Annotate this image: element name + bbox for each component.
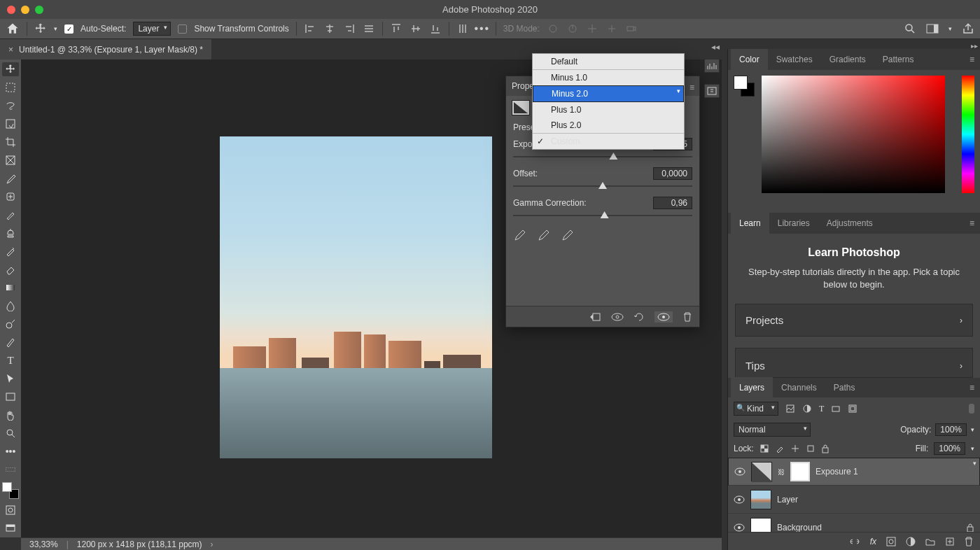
- document-tab[interactable]: × Untitled-1 @ 33,3% (Exposure 1, Layer …: [0, 39, 211, 60]
- layers-panel-menu-icon[interactable]: ≡: [969, 383, 980, 393]
- layer-row[interactable]: Background: [728, 514, 980, 532]
- filter-smart-icon[interactable]: [848, 404, 858, 414]
- group-icon[interactable]: [925, 537, 935, 546]
- layer-row[interactable]: ⛓ Exposure 1: [728, 458, 980, 486]
- clip-to-layer-icon[interactable]: [589, 312, 601, 322]
- offset-slider[interactable]: [513, 181, 692, 191]
- align-center-h-icon[interactable]: [323, 22, 336, 35]
- eyedropper-tool[interactable]: [2, 171, 19, 185]
- workspace-caret-icon[interactable]: ▾: [948, 25, 952, 32]
- expand-panels-icon[interactable]: ▸▸: [971, 42, 978, 50]
- preset-item-plus2[interactable]: Plus 2.0: [533, 118, 684, 133]
- quick-mask-icon[interactable]: [2, 503, 19, 517]
- hue-strip[interactable]: [962, 76, 974, 193]
- layer-visibility-icon[interactable]: [734, 495, 745, 504]
- tab-color[interactable]: Color: [731, 49, 768, 70]
- tool-preset-caret-icon[interactable]: ▾: [54, 25, 57, 32]
- close-window-button[interactable]: [7, 6, 15, 14]
- preset-item-minus2[interactable]: Minus 2.0: [533, 85, 684, 102]
- hand-tool[interactable]: [2, 408, 19, 422]
- brush-tool[interactable]: [2, 208, 19, 222]
- opacity-input[interactable]: 100%: [935, 423, 967, 436]
- dock-info-icon[interactable]: [704, 84, 720, 98]
- trash-icon[interactable]: [682, 311, 692, 323]
- screen-mode-icon[interactable]: [2, 521, 19, 535]
- search-icon[interactable]: [904, 22, 916, 35]
- edit-toolbar-icon[interactable]: [2, 463, 19, 477]
- eyedropper-black-icon[interactable]: [513, 229, 526, 241]
- marquee-tool[interactable]: [2, 80, 19, 94]
- lock-all-icon[interactable]: [821, 444, 830, 453]
- lock-brush-icon[interactable]: [775, 444, 785, 453]
- share-icon[interactable]: [962, 22, 974, 35]
- more-options-icon[interactable]: •••: [476, 22, 489, 35]
- filter-toggle-icon[interactable]: [969, 404, 974, 414]
- new-layer-icon[interactable]: [945, 537, 955, 547]
- tab-patterns[interactable]: Patterns: [874, 49, 923, 70]
- align-bottom-icon[interactable]: [429, 22, 442, 35]
- more-tools-icon[interactable]: •••: [2, 444, 19, 458]
- tab-channels[interactable]: Channels: [773, 377, 825, 398]
- foreground-background-swatch[interactable]: [2, 482, 19, 499]
- move-tool[interactable]: [2, 62, 19, 76]
- opacity-caret-icon[interactable]: ▾: [971, 426, 974, 433]
- layer-mask-thumb[interactable]: [790, 462, 810, 481]
- crop-tool[interactable]: [2, 135, 19, 149]
- view-previous-icon[interactable]: [611, 313, 624, 321]
- tab-adjustments[interactable]: Adjustments: [818, 213, 881, 234]
- blend-mode-dropdown[interactable]: Normal: [734, 423, 811, 437]
- delete-layer-icon[interactable]: [965, 537, 973, 547]
- color-panel-menu-icon[interactable]: ≡: [969, 55, 980, 64]
- adjustment-layer-icon[interactable]: [906, 537, 916, 547]
- filter-adjustment-icon[interactable]: [802, 404, 812, 414]
- filter-shape-icon[interactable]: [831, 404, 841, 414]
- fill-input[interactable]: 100%: [934, 442, 965, 455]
- maximize-window-button[interactable]: [35, 6, 43, 14]
- home-icon[interactable]: [6, 22, 20, 36]
- eraser-tool[interactable]: [2, 262, 19, 276]
- auto-select-target-dropdown[interactable]: Layer: [133, 22, 171, 36]
- lasso-tool[interactable]: [2, 99, 19, 113]
- learn-card-projects[interactable]: Projects ›: [735, 304, 973, 337]
- filter-pixel-icon[interactable]: [785, 404, 795, 414]
- type-tool[interactable]: T: [2, 353, 19, 367]
- rectangle-tool[interactable]: [2, 390, 19, 404]
- frame-tool[interactable]: [2, 153, 19, 167]
- dock-histogram-icon[interactable]: [704, 59, 720, 73]
- distribute-icon[interactable]: [363, 22, 375, 35]
- tab-learn[interactable]: Learn: [731, 213, 769, 234]
- reset-icon[interactable]: [634, 311, 645, 323]
- gradient-tool[interactable]: [2, 281, 19, 295]
- clone-stamp-tool[interactable]: [2, 226, 19, 240]
- status-caret-icon[interactable]: ›: [211, 540, 214, 549]
- mask-icon[interactable]: [886, 537, 896, 547]
- distribute-v-icon[interactable]: [456, 22, 469, 35]
- align-center-v-icon[interactable]: [410, 22, 422, 35]
- pen-tool[interactable]: [2, 335, 19, 349]
- link-icon[interactable]: ⛓: [778, 468, 785, 476]
- close-tab-icon[interactable]: ×: [8, 45, 13, 55]
- zoom-tool[interactable]: [2, 426, 19, 440]
- tab-libraries[interactable]: Libraries: [769, 213, 818, 234]
- gamma-slider[interactable]: [513, 211, 692, 220]
- color-fg-bg-swatch[interactable]: [734, 76, 755, 97]
- minimize-window-button[interactable]: [21, 6, 29, 14]
- layer-visibility-icon[interactable]: [734, 467, 746, 476]
- show-transform-checkbox[interactable]: [178, 24, 187, 34]
- dodge-tool[interactable]: [2, 317, 19, 331]
- exposure-slider[interactable]: [513, 152, 692, 162]
- gamma-value-input[interactable]: 0,96: [653, 197, 692, 209]
- tab-gradients[interactable]: Gradients: [821, 49, 874, 70]
- preset-item-minus1[interactable]: Minus 1.0: [533, 70, 684, 85]
- auto-select-checkbox[interactable]: ✓: [64, 24, 74, 34]
- tab-swatches[interactable]: Swatches: [768, 49, 821, 70]
- learn-panel-menu-icon[interactable]: ≡: [969, 218, 980, 228]
- properties-panel-menu-icon[interactable]: ≡: [690, 83, 694, 92]
- fill-caret-icon[interactable]: ▾: [971, 445, 974, 452]
- move-tool-icon[interactable]: [34, 22, 47, 35]
- healing-brush-tool[interactable]: [2, 190, 19, 204]
- preset-item-default[interactable]: Default: [533, 54, 684, 70]
- offset-value-input[interactable]: 0,0000: [653, 167, 692, 180]
- lock-transparency-icon[interactable]: [760, 444, 769, 453]
- layer-row[interactable]: Layer: [728, 486, 980, 514]
